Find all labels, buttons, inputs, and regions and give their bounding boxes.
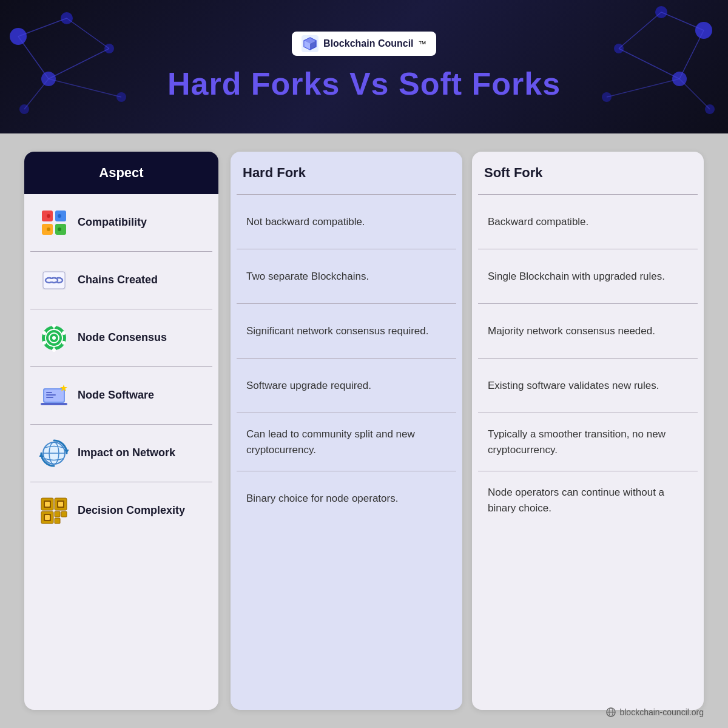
fork-columns: Hard Fork Not backward compatible. Two s… xyxy=(231,152,704,710)
footer: blockchain-council.org xyxy=(606,707,704,717)
hard-fork-row-node-consensus: Significant network consensus required. xyxy=(237,303,456,358)
aspect-column: Aspect xyxy=(24,152,218,710)
svg-line-23 xyxy=(679,79,710,109)
soft-fork-row-compatibility: Backward compatible. xyxy=(478,194,698,249)
svg-rect-62 xyxy=(41,403,67,405)
soft-fork-column: Soft Fork Backward compatible. Single Bl… xyxy=(472,152,704,710)
website-text: blockchain-council.org xyxy=(619,707,704,717)
svg-line-19 xyxy=(619,12,661,49)
aspect-row-decision-complexity: Decision Complexity xyxy=(30,482,212,539)
hard-fork-row-decision: Binary choice for node operators. xyxy=(237,471,456,525)
svg-line-21 xyxy=(619,49,679,79)
svg-rect-75 xyxy=(55,511,60,517)
aspect-column-header: Aspect xyxy=(24,152,218,194)
svg-line-11 xyxy=(24,79,49,109)
soft-fork-rows: Backward compatible. Single Blockchain w… xyxy=(472,194,704,529)
svg-rect-65 xyxy=(46,397,53,398)
decision-complexity-icon xyxy=(39,496,69,526)
svg-line-6 xyxy=(18,18,67,36)
svg-point-47 xyxy=(52,336,56,340)
globe-icon xyxy=(606,707,616,717)
aspect-row-node-software: Node Software xyxy=(30,367,212,425)
hard-fork-header: Hard Fork xyxy=(231,152,462,194)
comparison-table: Aspect xyxy=(24,152,704,710)
svg-rect-76 xyxy=(61,511,67,517)
impact-on-network-icon xyxy=(39,438,69,468)
svg-rect-42 xyxy=(47,279,52,281)
logo-text: Blockchain Council xyxy=(323,38,413,49)
hard-fork-row-chains-created: Two separate Blockchains. xyxy=(237,249,456,303)
hard-fork-row-compatibility: Not backward compatible. xyxy=(237,194,456,249)
compatibility-label: Compatibility xyxy=(78,215,147,229)
logo-bar: Blockchain Council™ xyxy=(292,32,436,56)
node-software-icon xyxy=(39,380,69,411)
svg-line-18 xyxy=(661,12,704,30)
chains-created-label: Chains Created xyxy=(78,273,158,287)
hard-fork-row-impact: Can lead to community split and new cryp… xyxy=(237,413,456,471)
chains-created-icon xyxy=(39,265,69,295)
soft-fork-header: Soft Fork xyxy=(472,152,704,194)
soft-fork-row-decision: Node operators can continue without a bi… xyxy=(478,471,698,529)
svg-rect-81 xyxy=(45,502,50,507)
svg-point-35 xyxy=(47,228,50,231)
svg-rect-43 xyxy=(52,279,56,281)
svg-line-8 xyxy=(18,36,49,79)
svg-point-33 xyxy=(47,214,50,218)
aspect-rows: Compatibility xyxy=(24,194,218,539)
svg-point-36 xyxy=(58,228,61,231)
node-consensus-label: Node Consensus xyxy=(78,331,167,345)
node-consensus-icon xyxy=(39,323,69,353)
hard-fork-row-node-software: Software upgrade required. xyxy=(237,358,456,413)
svg-rect-77 xyxy=(55,518,60,524)
soft-fork-row-impact: Typically a smoother transition, no new … xyxy=(478,413,698,471)
aspect-row-chains-created: Chains Created xyxy=(30,252,212,309)
main-title: Hard Forks Vs Soft Forks xyxy=(167,66,561,102)
aspect-row-compatibility: Compatibility xyxy=(30,194,212,252)
svg-rect-64 xyxy=(46,394,56,396)
node-software-label: Node Software xyxy=(78,388,154,402)
hard-fork-column: Hard Fork Not backward compatible. Two s… xyxy=(231,152,462,710)
header: Blockchain Council™ Hard Forks Vs Soft F… xyxy=(0,0,728,133)
compatibility-icon xyxy=(39,207,69,238)
hard-fork-rows: Not backward compatible. Two separate Bl… xyxy=(231,194,462,525)
soft-fork-row-node-consensus: Majority network consensus needed. xyxy=(478,303,698,358)
svg-line-9 xyxy=(49,49,109,79)
aspect-row-impact-on-network: Impact on Network xyxy=(30,425,212,482)
svg-line-22 xyxy=(607,79,679,97)
soft-fork-row-chains-created: Single Blockchain with upgraded rules. xyxy=(478,249,698,303)
svg-line-20 xyxy=(679,30,704,79)
svg-point-34 xyxy=(58,214,61,218)
decision-complexity-label: Decision Complexity xyxy=(78,504,185,517)
content-area: Aspect xyxy=(0,133,728,728)
soft-fork-row-node-software: Existing software validates new rules. xyxy=(478,358,698,413)
svg-line-10 xyxy=(49,79,121,97)
impact-on-network-label: Impact on Network xyxy=(78,446,175,460)
svg-rect-82 xyxy=(58,502,63,507)
aspect-row-node-consensus: Node Consensus xyxy=(30,309,212,367)
logo-trademark: ™ xyxy=(419,39,426,49)
svg-rect-63 xyxy=(46,392,52,393)
svg-line-7 xyxy=(67,18,109,49)
blockchain-logo-icon xyxy=(302,35,318,52)
svg-rect-83 xyxy=(45,515,50,520)
